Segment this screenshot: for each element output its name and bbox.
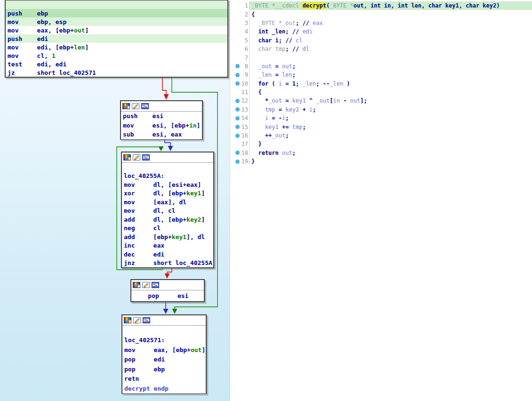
code-text[interactable]: _BYTE *_out; // eax	[249, 19, 532, 27]
pseudocode-line[interactable]: 14 i = -i;	[234, 114, 532, 122]
asm-row[interactable]: mov esi, [ebp+in]	[121, 121, 202, 130]
code-text[interactable]: tmp = key2 + i;	[249, 105, 532, 114]
code-token: ,	[459, 2, 466, 9]
code-text[interactable]: char i; // cl	[249, 36, 532, 45]
pseudocode-line[interactable]: 19}	[234, 157, 532, 166]
code-text[interactable]: return out;	[249, 149, 532, 157]
group-node-icon[interactable]	[152, 282, 159, 288]
asm-row[interactable]: mov cl, 1	[6, 51, 227, 60]
pseudocode-line[interactable]: 17 }	[234, 140, 532, 148]
code-text[interactable]: }	[249, 140, 532, 148]
code-text[interactable]: }	[249, 157, 532, 166]
asm-row[interactable]: neg cl	[122, 224, 213, 233]
asm-row[interactable]: mov eax, [ebp+out]	[6, 26, 227, 34]
asm-row[interactable]: push edi	[6, 34, 227, 43]
asm-row[interactable]: add [ebp+key1], dl	[122, 233, 213, 241]
pseudocode-line[interactable]: 9 _len = len;	[234, 71, 532, 79]
code-token: ;	[302, 124, 306, 130]
asm-row[interactable]	[6, 0, 227, 9]
code-text[interactable]: {	[249, 10, 532, 18]
basic-block-node[interactable]: push ebpmov ebp, espmov eax, [ebp+out]pu…	[5, 0, 228, 78]
code-text[interactable]: ++_out;	[249, 131, 532, 140]
asm-row[interactable]: jnz short loc_40255A	[122, 259, 213, 268]
palette-icon[interactable]	[123, 154, 131, 160]
code-text[interactable]: _BYTE *__cdecl decrypt(_BYTE *out, int i…	[249, 1, 532, 10]
pseudocode-line[interactable]: 3 _BYTE *_out; // eax	[234, 19, 532, 27]
pseudocode-line[interactable]: 6 char tmp; // dl	[234, 45, 532, 53]
edge-false-b1-b2-arrowhead	[164, 94, 169, 100]
pseudocode-line[interactable]: 11 {	[234, 88, 532, 96]
basic-block-node[interactable]: push esimov esi, [ebp+in]sub esi, eax	[120, 100, 203, 140]
pseudocode-line[interactable]: 10 for ( i = 1; _len; --_len )	[234, 80, 532, 88]
asm-row[interactable]: jz short loc_402571	[6, 68, 227, 77]
asm-row[interactable]: mov edi, [ebp+len]	[6, 43, 227, 51]
code-text[interactable]: int _len; // edi	[249, 27, 532, 36]
asm-row[interactable]: mov dl, [esi+eax]	[122, 180, 213, 189]
edit-node-icon[interactable]	[133, 317, 141, 323]
asm-token: dec edi	[124, 251, 164, 258]
asm-row[interactable]: xor dl, [ebp+key1]	[122, 189, 213, 198]
code-text[interactable]: _len = len;	[249, 71, 532, 79]
asm-row[interactable]: retn	[122, 374, 206, 384]
code-token: key1	[251, 124, 279, 130]
asm-row[interactable]: decrypt endp	[122, 384, 206, 393]
edit-node-icon[interactable]	[133, 154, 140, 160]
code-text[interactable]: for ( i = 1; _len; --_len )	[249, 80, 532, 88]
pseudocode-line[interactable]: 5 char i; // cl	[234, 36, 532, 45]
edit-node-icon[interactable]	[132, 103, 139, 109]
address-marker-dot	[235, 81, 240, 86]
code-token: +=	[279, 124, 292, 130]
pseudocode-line[interactable]: 18 return out;	[234, 149, 532, 157]
palette-icon[interactable]	[133, 282, 140, 288]
pseudocode-line[interactable]: 16 ++_out;	[234, 131, 532, 140]
asm-row[interactable]: mov [eax], dl	[122, 198, 213, 207]
asm-row[interactable]	[122, 163, 213, 172]
code-text[interactable]: key1 += tmp;	[249, 122, 532, 131]
asm-row[interactable]: inc eax	[122, 241, 213, 250]
code-token: i	[282, 115, 285, 121]
asm-row[interactable]: sub esi, eax	[121, 130, 202, 139]
group-node-icon[interactable]	[142, 154, 150, 160]
group-node-icon[interactable]	[143, 317, 150, 323]
pseudocode-view[interactable]: 1_BYTE *__cdecl decrypt(_BYTE *out, int …	[234, 0, 532, 401]
asm-row[interactable]: mov ebp, esp	[6, 17, 227, 26]
code-text[interactable]	[249, 53, 532, 62]
basic-block-node[interactable]: loc_402571:mov eax, [ebp+out]pop edipop …	[121, 314, 207, 394]
code-text[interactable]: _out = out;	[249, 62, 532, 71]
asm-row[interactable]: push esi	[121, 112, 202, 121]
code-text[interactable]: i = -i;	[249, 114, 532, 122]
asm-row[interactable]: pop esi	[131, 290, 204, 301]
edit-node-icon[interactable]	[142, 282, 150, 288]
palette-icon[interactable]	[124, 317, 131, 323]
pseudocode-line[interactable]: 15 key1 += tmp;	[234, 122, 532, 131]
asm-row[interactable]: loc_402571:	[122, 336, 206, 345]
pseudocode-line[interactable]: 8 _out = out;	[234, 62, 532, 71]
asm-row[interactable]: dec edi	[122, 250, 213, 259]
pane-splitter[interactable]	[230, 0, 234, 401]
node-title-bar	[121, 101, 202, 112]
palette-icon[interactable]	[122, 103, 130, 109]
graph-view[interactable]: push ebpmov ebp, espmov eax, [ebp+out]pu…	[0, 0, 230, 401]
pseudocode-line[interactable]: 1_BYTE *__cdecl decrypt(_BYTE *out, int …	[234, 1, 532, 10]
pseudocode-line[interactable]: 4 int _len; // edi	[234, 27, 532, 36]
pseudocode-line[interactable]: 13 tmp = key2 + i;	[234, 105, 532, 114]
asm-row[interactable]: pop edi	[122, 355, 206, 365]
asm-row[interactable]: pop ebp	[122, 364, 206, 374]
asm-row[interactable]: add dl, [ebp+key2]	[122, 215, 213, 224]
group-node-icon[interactable]	[141, 103, 149, 109]
asm-row[interactable]: loc_40255A:	[122, 172, 213, 181]
code-text[interactable]: char tmp; // dl	[249, 45, 532, 53]
asm-row[interactable]: mov eax, [ebp+out]	[122, 345, 206, 355]
basic-block-node[interactable]: loc_40255A:mov dl, [esi+eax]xor dl, [ebp…	[121, 152, 214, 268]
asm-row[interactable]: mov dl, cl	[122, 207, 213, 216]
code-token: }	[251, 158, 255, 165]
asm-row[interactable]	[122, 326, 206, 336]
asm-row[interactable]: push ebp	[6, 9, 227, 17]
pseudocode-line[interactable]: 7	[234, 53, 532, 62]
code-text[interactable]: *_out = key1 ^ _out[in - out];	[249, 96, 532, 105]
pseudocode-line[interactable]: 2{	[234, 10, 532, 18]
pseudocode-line[interactable]: 12 *_out = key1 ^ _out[in - out];	[234, 96, 532, 105]
asm-row[interactable]: test edi, edi	[6, 60, 227, 68]
basic-block-node[interactable]: pop esi	[130, 279, 205, 302]
code-text[interactable]: {	[249, 88, 532, 96]
